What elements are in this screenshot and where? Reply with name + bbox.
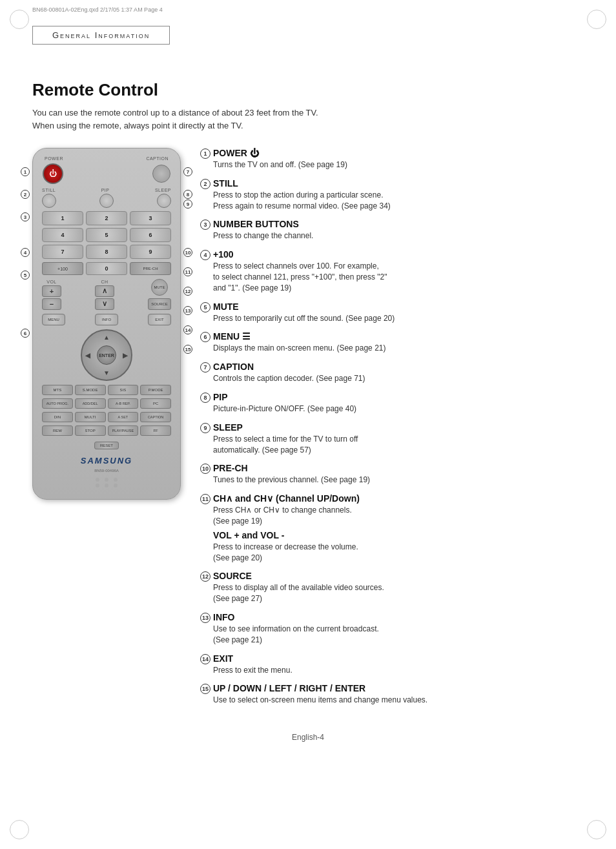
inst-desc-8: Picture-in-Picture ON/OFF. (See page 40): [213, 404, 584, 414]
label-2: 2: [21, 190, 30, 199]
menu-button[interactable]: MENU: [42, 314, 65, 325]
inst-desc-3: Press to change the channel.: [213, 230, 584, 241]
inst-title-10: PRE-CH: [213, 463, 584, 473]
nav-up-arrow[interactable]: ▲: [103, 334, 110, 341]
aset-button[interactable]: A SET: [108, 412, 139, 422]
info-button[interactable]: INFO: [95, 314, 118, 325]
inst-num-13: 13: [200, 613, 210, 623]
plus100-button[interactable]: +100: [42, 262, 83, 275]
corner-decoration-bl: [10, 820, 29, 839]
inst-desc-15: Use to select on-screen menu items and c…: [213, 695, 584, 706]
inst-desc-1: Turns the TV on and off. (See page 19): [213, 159, 584, 170]
pmode-button[interactable]: P.MODE: [140, 385, 171, 395]
corner-decoration-tl: [10, 10, 29, 29]
caption-button[interactable]: [152, 165, 170, 183]
inst-desc-4: Press to select channels over 100. For e…: [213, 261, 584, 293]
instruction-4: 4 +100 Press to select channels over 100…: [200, 249, 584, 293]
enter-button[interactable]: ENTER: [97, 345, 116, 365]
inst-num-14: 14: [200, 654, 210, 664]
instruction-3: 3 NUMBER BUTTONS Press to change the cha…: [200, 219, 584, 241]
btn-7[interactable]: 7: [42, 245, 83, 259]
mute-button[interactable]: MUTE: [151, 279, 168, 296]
nav-left-arrow[interactable]: ◀: [85, 352, 90, 359]
autoprog-button[interactable]: AUTO PROG.: [42, 398, 73, 409]
nav-down-arrow[interactable]: ▼: [103, 369, 110, 376]
stop-button[interactable]: STOP: [75, 425, 106, 436]
caption2-button[interactable]: CAPTION: [140, 412, 171, 422]
inst-title-4: +100: [213, 249, 584, 260]
inst-title-12: SOURCE: [213, 571, 584, 581]
btn-5[interactable]: 5: [86, 228, 127, 242]
power-label: POWER: [45, 156, 63, 161]
rew-button[interactable]: REW: [42, 425, 73, 436]
inst-num-11: 11: [200, 494, 210, 504]
remote-image: POWER CAPTION ⏻ STILL PIP SLEEP: [32, 148, 181, 500]
smode-button[interactable]: S.MODE: [75, 385, 106, 395]
playpause-button[interactable]: PLAY/PAUSE: [108, 425, 139, 436]
playback-buttons: REW STOP PLAY/PAUSE FF: [42, 425, 171, 436]
extra-buttons: DIN MULTI A SET CAPTION: [42, 412, 171, 422]
multi-button[interactable]: MULTI: [75, 412, 106, 422]
pip-button[interactable]: [99, 194, 114, 208]
reset-button[interactable]: RESET: [94, 442, 119, 449]
instruction-1: 1 POWER ⏻ Turns the TV on and off. (See …: [200, 148, 584, 170]
btn-2[interactable]: 2: [86, 211, 127, 225]
inst-title-5: MUTE: [213, 302, 584, 312]
din-button[interactable]: DIN: [42, 412, 73, 422]
ff-button[interactable]: FF: [140, 425, 171, 436]
inst-title-15: UP / DOWN / LEFT / RIGHT / ENTER: [213, 683, 584, 693]
inst-num-15: 15: [200, 684, 210, 694]
prech-button[interactable]: PRE-CH: [130, 262, 171, 275]
inst-desc-10: Tunes to the previous channel. (See page…: [213, 475, 584, 486]
btn-1[interactable]: 1: [42, 211, 83, 225]
ch-up-button[interactable]: ∧: [95, 285, 114, 297]
inst-title-11b: VOL + and VOL -: [213, 530, 584, 540]
label-3: 3: [21, 212, 30, 221]
caption-label: CAPTION: [146, 156, 169, 161]
nav-right-arrow[interactable]: ▶: [123, 352, 128, 359]
inst-desc-14: Press to exit the menu.: [213, 665, 584, 676]
inst-num-4: 4: [200, 250, 210, 260]
source-button[interactable]: SOURCE: [148, 298, 171, 310]
inst-desc-13: Use to see information on the current br…: [213, 624, 584, 646]
inst-num-7: 7: [200, 362, 210, 373]
exit-button[interactable]: EXIT: [148, 314, 171, 325]
power-button[interactable]: ⏻: [43, 163, 63, 184]
instruction-10: 10 PRE-CH Tunes to the previous channel.…: [200, 463, 584, 486]
btn-4[interactable]: 4: [42, 228, 83, 242]
btn-9[interactable]: 9: [130, 245, 171, 259]
btn-6[interactable]: 6: [130, 228, 171, 242]
indicator-dots: [39, 478, 174, 482]
inst-desc-12: Press to display all of the available vi…: [213, 582, 584, 604]
label-5: 5: [21, 271, 30, 280]
inst-title-6: MENU ☰: [213, 331, 584, 342]
label-11: 11: [183, 267, 192, 276]
vol-plus-button[interactable]: +: [42, 285, 61, 297]
instruction-15: 15 UP / DOWN / LEFT / RIGHT / ENTER Use …: [200, 683, 584, 706]
instruction-8: 8 PIP Picture-in-Picture ON/OFF. (See pa…: [200, 392, 584, 414]
btn-3[interactable]: 3: [130, 211, 171, 225]
ch-label-remote: CH: [101, 280, 108, 284]
label-8: 8: [183, 190, 192, 199]
inst-desc-7: Controls the caption decoder. (See page …: [213, 373, 584, 384]
still-button[interactable]: [42, 194, 56, 208]
label-13: 13: [183, 306, 192, 315]
nav-circle: ▲ ▼ ◀ ▶ ENTER: [81, 329, 132, 381]
mts-button[interactable]: MTS: [42, 385, 73, 395]
btn-0[interactable]: 0: [86, 262, 127, 275]
inst-num-3: 3: [200, 220, 210, 230]
label-10: 10: [183, 248, 192, 257]
inst-title-7: CAPTION: [213, 362, 584, 372]
model-number: BN59-00496A: [39, 469, 174, 473]
sis-button[interactable]: SIS: [108, 385, 139, 395]
ch-down-button[interactable]: ∨: [95, 298, 114, 310]
adddel-button[interactable]: ADD/DEL: [75, 398, 106, 409]
sleep-button[interactable]: [157, 194, 171, 208]
label-4: 4: [21, 248, 30, 257]
btn-8[interactable]: 8: [86, 245, 127, 259]
inst-desc-5: Press to temporarily cut off the sound. …: [213, 313, 584, 324]
vol-minus-button[interactable]: −: [42, 298, 61, 310]
abrep-button[interactable]: A-B REP.: [108, 398, 139, 409]
pc-button[interactable]: PC: [140, 398, 171, 409]
vol-label: VOL: [46, 280, 57, 284]
